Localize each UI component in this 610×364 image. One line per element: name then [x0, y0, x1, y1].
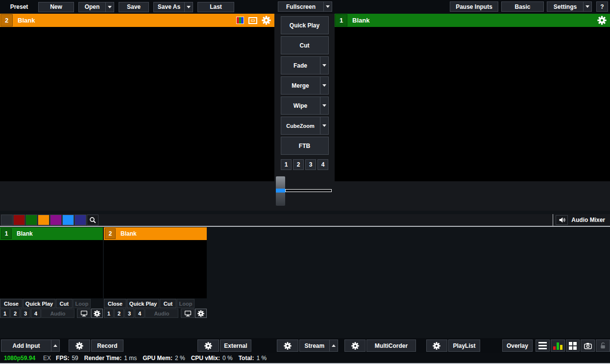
- input-2-thumbnail[interactable]: [104, 240, 207, 298]
- record-button[interactable]: Record: [91, 340, 123, 352]
- search-button[interactable]: [87, 215, 98, 225]
- gear-icon[interactable]: [262, 16, 271, 25]
- snapshot-button[interactable]: [581, 340, 595, 352]
- color-swatch-purple[interactable]: [50, 215, 62, 225]
- gear-icon[interactable]: [597, 16, 607, 25]
- merge-button-group: Merge: [281, 76, 329, 95]
- external-settings-button[interactable]: [197, 340, 219, 352]
- overlay-3-button[interactable]: 3: [124, 309, 134, 318]
- playlist-button[interactable]: PlayList: [448, 340, 480, 352]
- loop-button[interactable]: Loop: [73, 299, 91, 308]
- fps-value: 59: [72, 355, 78, 362]
- save-as-dropdown-button[interactable]: [184, 2, 193, 12]
- settings-button[interactable]: Settings: [547, 2, 583, 11]
- last-button[interactable]: Last: [197, 2, 234, 12]
- preview-title: Blank: [18, 17, 35, 24]
- lock-button[interactable]: [596, 340, 610, 352]
- input-1-thumbnail[interactable]: [0, 240, 103, 298]
- stinger-1-button[interactable]: 1: [281, 159, 292, 170]
- input-1-header[interactable]: 1 Blank: [0, 227, 103, 240]
- basic-button[interactable]: Basic: [501, 1, 544, 12]
- multiview-layout-button[interactable]: [566, 340, 580, 352]
- cubezoom-button[interactable]: CubeZoom: [281, 117, 320, 134]
- color-swatch-blue[interactable]: [62, 215, 74, 225]
- wipe-dropdown-button[interactable]: [320, 97, 328, 114]
- overlay-2-button[interactable]: 2: [114, 309, 124, 318]
- chevron-down-icon: [108, 6, 112, 8]
- color-swatch-red[interactable]: [13, 215, 25, 225]
- cut-button[interactable]: Cut: [56, 299, 73, 308]
- program-footer: [335, 181, 610, 211]
- close-button[interactable]: Close: [0, 299, 23, 308]
- pause-inputs-button[interactable]: Pause Inputs: [450, 1, 498, 12]
- stream-settings-button[interactable]: [277, 340, 298, 352]
- mix-bar: Audio Mixer: [0, 214, 610, 227]
- external-button[interactable]: External: [220, 340, 251, 352]
- audio-mixer-toggle[interactable]: Audio Mixer: [553, 214, 610, 226]
- audio-button[interactable]: Audio: [41, 309, 74, 318]
- merge-dropdown-button[interactable]: [320, 77, 328, 94]
- fullscreen-monitor-button[interactable]: [181, 309, 195, 318]
- new-button[interactable]: New: [38, 2, 74, 12]
- help-button[interactable]: ?: [596, 1, 608, 12]
- color-swatch-orange[interactable]: [38, 215, 49, 225]
- record-settings-button[interactable]: [69, 340, 90, 352]
- input-settings-button[interactable]: [91, 309, 103, 318]
- save-as-button[interactable]: Save As: [154, 2, 184, 12]
- multicorder-settings-button[interactable]: [344, 340, 366, 352]
- color-swatch-blank[interactable]: [1, 215, 13, 225]
- fade-button[interactable]: Fade: [281, 57, 320, 74]
- stream-button[interactable]: Stream: [300, 340, 329, 351]
- loop-button[interactable]: Loop: [177, 299, 195, 308]
- monitor-frame-icon[interactable]: [248, 17, 257, 24]
- fullscreen-dropdown-button[interactable]: [323, 2, 332, 11]
- multicorder-button[interactable]: MultiCorder: [366, 340, 415, 352]
- input-1-title: Blank: [17, 230, 33, 237]
- close-button[interactable]: Close: [104, 299, 126, 308]
- overlay-2-button[interactable]: 2: [10, 309, 20, 318]
- preview-header-icons: [236, 16, 271, 25]
- stinger-4-button[interactable]: 4: [317, 159, 328, 170]
- quick-play-button[interactable]: Quick Play: [127, 299, 159, 308]
- overlay-1-button[interactable]: 1: [104, 309, 114, 318]
- audio-meters-button[interactable]: [551, 340, 565, 352]
- stinger-3-button[interactable]: 3: [305, 159, 316, 170]
- input-2-header[interactable]: 2 Blank: [104, 227, 207, 240]
- overlay-4-button[interactable]: 4: [31, 309, 41, 318]
- stream-dropdown-button[interactable]: [329, 340, 338, 351]
- quick-play-button[interactable]: Quick Play: [23, 299, 55, 308]
- merge-button[interactable]: Merge: [281, 77, 320, 94]
- fade-dropdown-button[interactable]: [320, 57, 328, 74]
- cubezoom-dropdown-button[interactable]: [320, 117, 328, 134]
- fullscreen-button[interactable]: Fullscreen: [278, 2, 323, 11]
- colorbars-icon[interactable]: [236, 17, 244, 24]
- save-button[interactable]: Save: [119, 2, 149, 12]
- stinger-2-button[interactable]: 2: [293, 159, 304, 170]
- ftb-button[interactable]: FTB: [281, 137, 329, 155]
- speaker-button[interactable]: [556, 215, 568, 225]
- audio-button[interactable]: Audio: [145, 309, 178, 318]
- quick-play-button[interactable]: Quick Play: [281, 16, 329, 34]
- input-settings-button[interactable]: [195, 309, 207, 318]
- overlay-button[interactable]: Overlay: [502, 340, 533, 352]
- add-input-dropdown-button[interactable]: [51, 340, 59, 351]
- open-dropdown-button[interactable]: [105, 2, 114, 12]
- color-swatch-green[interactable]: [25, 215, 37, 225]
- settings-dropdown-button[interactable]: [583, 2, 591, 11]
- cut-button[interactable]: Cut: [160, 299, 176, 308]
- fullscreen-monitor-button[interactable]: [77, 309, 91, 318]
- tbar-handle[interactable]: [276, 176, 285, 206]
- overlay-3-button[interactable]: 3: [21, 309, 30, 318]
- gpu-mem-label: GPU Mem:: [143, 355, 172, 362]
- overlay-4-button[interactable]: 4: [135, 309, 145, 318]
- cut-button[interactable]: Cut: [281, 36, 329, 54]
- color-swatch-navy[interactable]: [74, 215, 86, 225]
- wipe-button[interactable]: Wipe: [281, 97, 320, 114]
- gear-icon: [75, 342, 83, 350]
- open-button[interactable]: Open: [79, 2, 105, 12]
- shortcuts-menu-button[interactable]: [536, 340, 550, 352]
- add-input-button[interactable]: Add Input: [1, 340, 51, 351]
- overlay-1-button[interactable]: 1: [0, 309, 10, 318]
- playlist-settings-button[interactable]: [426, 340, 448, 352]
- render-time-value: 1 ms: [124, 355, 137, 362]
